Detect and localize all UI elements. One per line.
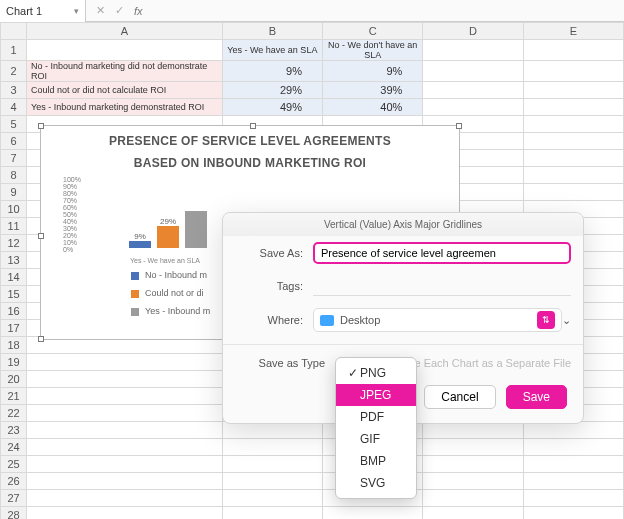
row-header[interactable]: 21 <box>1 388 27 405</box>
cell[interactable]: 9% <box>323 61 423 82</box>
cell[interactable] <box>27 473 223 490</box>
filename-input[interactable] <box>313 242 571 264</box>
cell[interactable] <box>27 439 223 456</box>
col-header[interactable]: A <box>27 23 223 40</box>
format-option[interactable]: PDF <box>336 406 416 428</box>
cell[interactable] <box>423 490 523 507</box>
row-header[interactable]: 17 <box>1 320 27 337</box>
format-option[interactable]: ✓PNG <box>336 362 416 384</box>
format-option[interactable]: GIF <box>336 428 416 450</box>
row-header[interactable]: 16 <box>1 303 27 320</box>
cell[interactable] <box>523 116 623 133</box>
row-header[interactable]: 12 <box>1 235 27 252</box>
cancel-button[interactable]: Cancel <box>424 385 495 409</box>
cell[interactable]: Yes - We have an SLA <box>222 40 322 61</box>
cell[interactable] <box>423 40 523 61</box>
col-header[interactable]: D <box>423 23 523 40</box>
cell[interactable] <box>27 354 223 371</box>
row-header[interactable]: 25 <box>1 456 27 473</box>
cell[interactable] <box>27 456 223 473</box>
cell[interactable] <box>423 99 523 116</box>
fx-icon[interactable]: fx <box>134 5 143 17</box>
cell[interactable] <box>523 133 623 150</box>
chevron-down-icon[interactable]: ▾ <box>74 6 79 16</box>
cell[interactable]: 39% <box>323 82 423 99</box>
cell[interactable] <box>523 61 623 82</box>
cell[interactable]: No - Inbound marketing did not demonstra… <box>27 61 223 82</box>
cell[interactable] <box>523 40 623 61</box>
row-header[interactable]: 5 <box>1 116 27 133</box>
col-header[interactable]: E <box>523 23 623 40</box>
cell[interactable] <box>222 507 322 520</box>
cell[interactable] <box>323 507 423 520</box>
cell[interactable] <box>423 473 523 490</box>
cell[interactable] <box>523 422 623 439</box>
cell[interactable] <box>423 422 523 439</box>
row-header[interactable]: 19 <box>1 354 27 371</box>
cell[interactable] <box>523 490 623 507</box>
cell[interactable] <box>523 507 623 520</box>
cell[interactable] <box>423 439 523 456</box>
col-header[interactable]: C <box>323 23 423 40</box>
format-option[interactable]: SVG <box>336 472 416 494</box>
cell[interactable] <box>523 167 623 184</box>
cell[interactable] <box>222 490 322 507</box>
cell[interactable] <box>27 422 223 439</box>
row-header[interactable]: 9 <box>1 184 27 201</box>
cell[interactable]: 40% <box>323 99 423 116</box>
cell[interactable] <box>27 388 223 405</box>
cell[interactable] <box>423 82 523 99</box>
row-header[interactable]: 3 <box>1 82 27 99</box>
format-option[interactable]: JPEG <box>336 384 416 406</box>
row-header[interactable]: 15 <box>1 286 27 303</box>
cell[interactable] <box>423 456 523 473</box>
row-header[interactable]: 18 <box>1 337 27 354</box>
row-header[interactable]: 23 <box>1 422 27 439</box>
cell[interactable] <box>222 422 322 439</box>
resize-handle[interactable] <box>456 123 462 129</box>
row-header[interactable]: 1 <box>1 40 27 61</box>
cell[interactable] <box>423 61 523 82</box>
cell[interactable]: 9% <box>222 61 322 82</box>
resize-handle[interactable] <box>38 336 44 342</box>
resize-handle[interactable] <box>250 123 256 129</box>
cell[interactable] <box>423 507 523 520</box>
row-header[interactable]: 8 <box>1 167 27 184</box>
cell[interactable]: 49% <box>222 99 322 116</box>
row-header[interactable]: 24 <box>1 439 27 456</box>
row-header[interactable]: 28 <box>1 507 27 520</box>
cancel-formula-icon[interactable]: ✕ <box>96 4 105 17</box>
cell[interactable]: 29% <box>222 82 322 99</box>
row-header[interactable]: 27 <box>1 490 27 507</box>
cell[interactable] <box>523 99 623 116</box>
where-select[interactable]: Desktop ⇅ <box>313 308 562 332</box>
cell[interactable] <box>27 405 223 422</box>
cell[interactable] <box>523 439 623 456</box>
row-header[interactable]: 14 <box>1 269 27 286</box>
save-button[interactable]: Save <box>506 385 567 409</box>
cell[interactable] <box>27 371 223 388</box>
cell[interactable] <box>523 150 623 167</box>
name-box[interactable]: Chart 1 ▾ <box>0 0 86 22</box>
cell[interactable] <box>523 473 623 490</box>
row-header[interactable]: 26 <box>1 473 27 490</box>
col-header[interactable] <box>1 23 27 40</box>
format-option[interactable]: BMP <box>336 450 416 472</box>
confirm-formula-icon[interactable]: ✓ <box>115 4 124 17</box>
row-header[interactable]: 22 <box>1 405 27 422</box>
row-header[interactable]: 6 <box>1 133 27 150</box>
row-header[interactable]: 10 <box>1 201 27 218</box>
cell[interactable] <box>27 507 223 520</box>
cell[interactable]: Yes - Inbound marketing demonstrated ROI <box>27 99 223 116</box>
cell[interactable] <box>222 456 322 473</box>
cell[interactable] <box>523 456 623 473</box>
cell[interactable] <box>27 40 223 61</box>
cell[interactable] <box>222 439 322 456</box>
row-header[interactable]: 13 <box>1 252 27 269</box>
updown-icon[interactable]: ⇅ <box>537 311 555 329</box>
cell[interactable] <box>523 82 623 99</box>
cell[interactable] <box>523 184 623 201</box>
resize-handle[interactable] <box>38 123 44 129</box>
row-header[interactable]: 20 <box>1 371 27 388</box>
resize-handle[interactable] <box>38 233 44 239</box>
